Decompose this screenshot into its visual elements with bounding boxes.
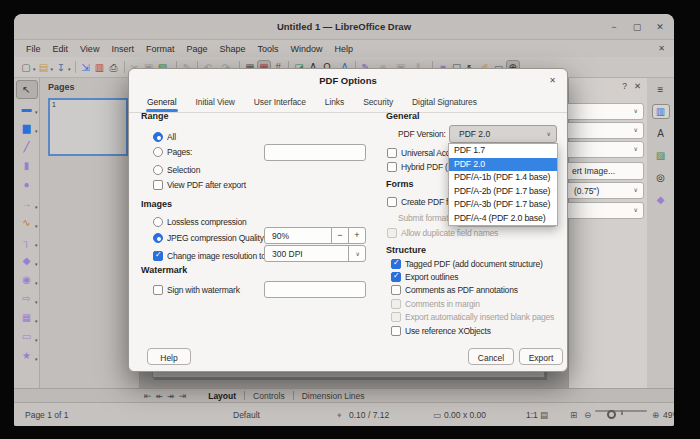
dialog-tab[interactable]: General xyxy=(146,93,178,111)
menu-item[interactable]: Insert xyxy=(105,44,140,54)
zoom-slider-thumb[interactable] xyxy=(607,410,616,419)
scale-value[interactable]: 1:1 xyxy=(526,410,538,420)
lines-arrows-icon[interactable]: → xyxy=(16,194,38,213)
rectangle-icon[interactable]: ▮ xyxy=(16,156,38,175)
menu-item[interactable]: Page xyxy=(180,44,213,54)
universal-accessibility-checkbox[interactable]: Universal Acc xyxy=(387,147,450,159)
layer-tab-controls[interactable]: Controls xyxy=(245,391,293,401)
quality-increase-button[interactable]: + xyxy=(348,228,365,243)
structure-checkbox[interactable]: Export outlines xyxy=(391,270,554,283)
view-pdf-after-export-checkbox[interactable]: View PDF after export xyxy=(153,179,246,191)
sidebar-help-icon[interactable]: ? xyxy=(622,81,627,91)
pdf-version-select[interactable]: PDF 2.0 ∨ xyxy=(449,125,557,143)
shapes-panel-icon[interactable]: ◆ xyxy=(652,192,670,207)
maximize-icon[interactable]: ▢ xyxy=(631,22,643,32)
layer-tab-dimension-lines[interactable]: Dimension Lines xyxy=(294,391,373,401)
zoom-fit-icon[interactable]: ⊞ xyxy=(570,410,577,420)
hybrid-pdf-checkbox[interactable]: Hybrid PDF (e xyxy=(387,161,452,173)
line-style-icon[interactable]: ▬ xyxy=(16,99,38,118)
change-resolution-checkbox[interactable]: Change image resolution to: xyxy=(153,250,268,262)
structure-checkbox[interactable]: Export automatically inserted blank page… xyxy=(391,311,554,324)
callout-shapes-icon[interactable]: ▭ xyxy=(16,327,38,346)
quality-spinner[interactable]: 90% − + xyxy=(264,227,366,244)
previous-layer-icon[interactable]: ↞ xyxy=(156,391,164,401)
range-pages-radio[interactable]: Pages: xyxy=(153,146,192,158)
pdf-version-option[interactable]: PDF 2.0 xyxy=(449,158,557,172)
pages-input[interactable] xyxy=(264,144,366,161)
dialog-tab[interactable]: Security xyxy=(362,93,394,111)
block-arrows-icon[interactable]: ⇨ xyxy=(16,289,38,308)
dialog-close-icon[interactable]: ✕ xyxy=(546,74,559,87)
styles-icon[interactable]: A xyxy=(652,126,670,141)
sidebar-close-icon[interactable]: ✕ xyxy=(634,81,641,91)
title-bar[interactable]: Untitled 1 — LibreOffice Draw −▢✕ xyxy=(14,14,674,40)
menu-item[interactable]: View xyxy=(74,44,105,54)
ellipse-icon[interactable]: ● xyxy=(16,175,38,194)
export-direct-pdf-icon[interactable]: ▥ xyxy=(93,59,107,76)
jpeg-compression-radio[interactable]: JPEG compression Quality: xyxy=(153,232,266,244)
fill-color-icon[interactable]: ▆ xyxy=(16,118,38,137)
flowchart-icon[interactable]: ▦ xyxy=(16,308,38,327)
toolbar-separator[interactable] xyxy=(124,61,125,73)
menu-item[interactable]: Help xyxy=(329,44,360,54)
structure-checkbox[interactable]: Comments as PDF annotations xyxy=(391,284,554,297)
pdf-version-option[interactable]: PDF/A-4 (PDF 2.0 base) xyxy=(449,212,557,226)
menu-item[interactable]: File xyxy=(20,44,47,54)
range-selection-radio[interactable]: Selection xyxy=(153,164,200,176)
navigator-icon[interactable]: ◎ xyxy=(652,170,670,185)
structure-checkbox[interactable]: Use reference XObjects xyxy=(391,324,554,337)
toolbar-separator[interactable] xyxy=(75,61,76,73)
next-layer-icon[interactable]: ↠ xyxy=(167,391,175,401)
sidebar-settings-icon[interactable]: ≡ xyxy=(652,82,670,97)
pdf-version-option[interactable]: PDF/A-1b (PDF 1.4 base) xyxy=(449,171,557,185)
gallery-icon[interactable]: ▨ xyxy=(652,148,670,163)
sign-with-watermark-checkbox[interactable]: Sign with watermark xyxy=(153,284,240,296)
minimize-icon[interactable]: − xyxy=(608,22,620,32)
print-icon[interactable]: ⎙ xyxy=(107,59,121,76)
export-pdf-icon[interactable]: ⇲ xyxy=(79,59,93,76)
zoom-in-icon[interactable]: ⊕ xyxy=(652,410,659,420)
dialog-tab[interactable]: Initial View xyxy=(195,93,236,111)
menu-item[interactable]: Edit xyxy=(47,44,75,54)
range-all-radio[interactable]: All xyxy=(153,131,176,143)
watermark-input[interactable] xyxy=(264,281,366,298)
symbol-shapes-icon[interactable]: ◉ xyxy=(16,270,38,289)
zoom-percent-label[interactable]: 49% xyxy=(663,410,674,420)
new-document-icon[interactable]: ▢ xyxy=(19,59,37,76)
dialog-tab[interactable]: User Interface xyxy=(253,93,307,111)
dialog-header[interactable]: PDF Options ✕ xyxy=(129,69,567,91)
quality-decrease-button[interactable]: − xyxy=(331,228,348,243)
connector-icon[interactable]: ┐ xyxy=(16,232,38,251)
select-icon[interactable]: ↖ xyxy=(16,80,38,99)
dialog-tab[interactable]: Digital Signatures xyxy=(411,93,478,111)
lossless-compression-radio[interactable]: Lossless compression xyxy=(153,216,247,228)
stars-banners-icon[interactable]: ★ xyxy=(16,346,38,365)
pdf-version-option[interactable]: PDF/A-2b (PDF 1.7 base) xyxy=(449,185,557,199)
menu-item[interactable]: Format xyxy=(140,44,181,54)
page-thumbnail[interactable]: 1 xyxy=(48,98,128,156)
page-style-label[interactable]: Default xyxy=(233,410,260,420)
pdf-version-option[interactable]: PDF/A-3b (PDF 1.7 base) xyxy=(449,198,557,212)
structure-checkbox[interactable]: Comments in margin xyxy=(391,297,554,310)
export-button[interactable]: Export xyxy=(519,348,563,365)
insert-line-icon[interactable]: ╱ xyxy=(16,137,38,156)
close-document-icon[interactable]: ✕ xyxy=(658,44,665,53)
cancel-button[interactable]: Cancel xyxy=(468,348,514,365)
save-icon[interactable]: ↧ xyxy=(54,59,72,76)
dialog-tab[interactable]: Links xyxy=(324,93,345,111)
structure-checkbox[interactable]: Tagged PDF (add document structure) xyxy=(391,257,554,270)
properties-icon[interactable]: ▥ xyxy=(652,104,670,119)
zoom-out-icon[interactable]: ⊖ xyxy=(584,410,591,420)
menu-item[interactable]: Tools xyxy=(251,44,284,54)
menu-item[interactable]: Shape xyxy=(213,44,251,54)
curve-icon[interactable]: ∿ xyxy=(16,213,38,232)
menu-item[interactable]: Window xyxy=(285,44,329,54)
open-file-icon[interactable]: ▤ xyxy=(37,59,55,76)
last-layer-icon[interactable]: ⇥ xyxy=(179,391,187,401)
create-pdf-form-checkbox[interactable]: Create PDF fo xyxy=(387,196,453,208)
close-icon[interactable]: ✕ xyxy=(654,22,666,32)
pdf-version-option[interactable]: PDF 1.7 xyxy=(449,144,557,158)
first-layer-icon[interactable]: ⇤ xyxy=(144,391,152,401)
layer-tab-layout[interactable]: Layout xyxy=(200,391,244,401)
resolution-select[interactable]: 300 DPI ∨ xyxy=(264,245,366,262)
